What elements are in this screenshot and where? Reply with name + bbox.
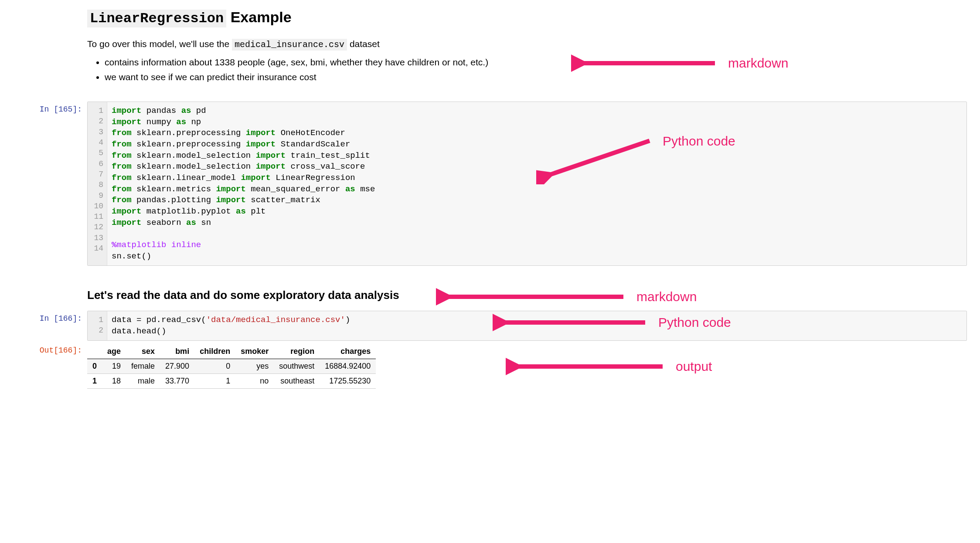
table-header: bmi: [160, 344, 194, 359]
line-gutter: 1234567891011121314: [88, 102, 107, 265]
section-heading: Let's read the data and do some explorat…: [87, 288, 967, 302]
table-header: children: [194, 344, 235, 359]
empty-prompt: [13, 9, 87, 12]
table-cell: 33.770: [160, 374, 194, 389]
output-cell-2: Out[166]: agesexbmichildrensmokerregionc…: [13, 343, 967, 389]
code-lines[interactable]: import pandas as pd import numpy as np f…: [107, 102, 379, 265]
title-code: LinearRegression: [87, 10, 226, 27]
table-row: 019female27.9000yessouthwest16884.92400: [87, 359, 376, 374]
row-index: 0: [87, 359, 102, 374]
table-row: 118male33.7701nosoutheast1725.55230: [87, 374, 376, 389]
markdown-body-2: Let's read the data and do some explorat…: [87, 276, 967, 307]
code-cell-2: In [166]: 12 data = pd.read_csv('data/me…: [13, 311, 967, 341]
table-header: sex: [126, 344, 160, 359]
intro-post: dataset: [347, 39, 380, 49]
list-item: contains information about 1338 people (…: [105, 55, 967, 70]
output-prompt: Out[166]:: [13, 343, 87, 355]
empty-prompt: [13, 276, 87, 280]
table-cell: male: [126, 374, 160, 389]
code-editor[interactable]: 1234567891011121314 import pandas as pd …: [87, 102, 967, 266]
table-cell: 1725.55230: [320, 374, 376, 389]
table-header: smoker: [235, 344, 274, 359]
code-cell-1: In [165]: 1234567891011121314 import pan…: [13, 102, 967, 266]
intro-pre: To go over this model, we'll use the: [87, 39, 232, 49]
table-cell: 0: [194, 359, 235, 374]
intro-bullets: contains information about 1338 people (…: [87, 55, 967, 84]
table-cell: 1: [194, 374, 235, 389]
intro-code: medical_insurance.csv: [232, 39, 347, 51]
intro-text: To go over this model, we'll use the med…: [87, 37, 967, 51]
code-lines[interactable]: data = pd.read_csv('data/medical_insuran…: [107, 311, 354, 340]
line-gutter: 12: [88, 311, 107, 340]
page-title: LinearRegression Example: [87, 9, 967, 27]
title-rest: Example: [226, 9, 291, 25]
table-cell: yes: [235, 359, 274, 374]
markdown-cell-2: Let's read the data and do some explorat…: [13, 276, 967, 307]
table-header: [87, 344, 102, 359]
list-item: we want to see if we can predict their i…: [105, 70, 967, 85]
table-cell: 27.900: [160, 359, 194, 374]
table-header: region: [274, 344, 320, 359]
code-body-2: 12 data = pd.read_csv('data/medical_insu…: [87, 311, 967, 341]
markdown-body-1: LinearRegression Example To go over this…: [87, 9, 967, 95]
input-prompt: In [166]:: [13, 311, 87, 323]
table-header: age: [102, 344, 126, 359]
markdown-cell-1: LinearRegression Example To go over this…: [13, 9, 967, 95]
code-body-1: 1234567891011121314 import pandas as pd …: [87, 102, 967, 266]
table-header: charges: [320, 344, 376, 359]
output-body: agesexbmichildrensmokerregioncharges019f…: [87, 343, 967, 389]
table-cell: 18: [102, 374, 126, 389]
table-cell: 19: [102, 359, 126, 374]
table-cell: no: [235, 374, 274, 389]
input-prompt: In [165]:: [13, 102, 87, 114]
table-cell: female: [126, 359, 160, 374]
row-index: 1: [87, 374, 102, 389]
table-cell: southeast: [274, 374, 320, 389]
code-editor[interactable]: 12 data = pd.read_csv('data/medical_insu…: [87, 311, 967, 341]
table-cell: 16884.92400: [320, 359, 376, 374]
dataframe-table: agesexbmichildrensmokerregioncharges019f…: [87, 344, 376, 389]
table-cell: southwest: [274, 359, 320, 374]
